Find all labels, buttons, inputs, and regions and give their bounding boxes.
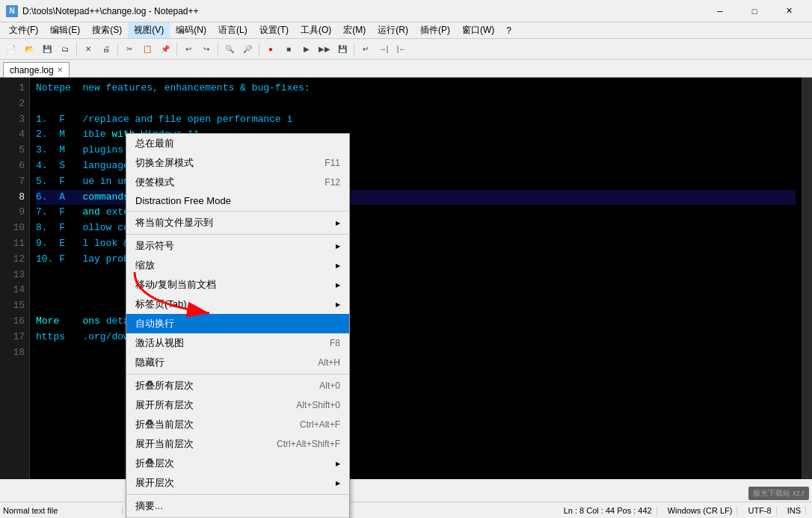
submenu-arrow: ▶ (336, 460, 340, 467)
find-button[interactable]: 🔎 (239, 41, 256, 58)
menu-distraction-free[interactable]: Distraction Free Mode (126, 192, 349, 209)
menu-item-shortcut: F11 (325, 158, 340, 168)
menu-item-label: Distraction Free Mode (135, 195, 231, 206)
save-file-button[interactable]: 💾 (39, 41, 55, 58)
menu-macro[interactable]: 宏(M) (337, 22, 372, 38)
menu-help[interactable]: ? (500, 24, 517, 37)
menu-language[interactable]: 语言(L) (212, 22, 253, 38)
wrap-button[interactable]: ↵ (357, 41, 374, 58)
menu-sep-2 (126, 234, 349, 235)
main-area: 1 2 3 4 5 6 7 8 9 10 11 12 13 14 15 16 1… (0, 78, 812, 479)
status-position: Ln : 8 Col : 44 Pos : 442 (559, 506, 657, 515)
line-number: 2 (4, 96, 25, 112)
menu-show-symbol[interactable]: 显示符号 ▶ (126, 236, 349, 256)
menu-item-label: 显示符号 (135, 239, 174, 253)
menu-summary[interactable]: 摘要... (126, 496, 349, 516)
toolbar-separator-3 (176, 43, 177, 56)
cut-button[interactable]: ✂ (121, 41, 138, 58)
menu-edit[interactable]: 编辑(E) (44, 22, 86, 38)
window-controls: ─ □ ✕ (703, 0, 806, 22)
menu-search[interactable]: 搜索(S) (86, 22, 128, 38)
copy-button[interactable]: 📋 (139, 41, 156, 58)
submenu-arrow: ▶ (336, 220, 340, 226)
menu-bar: 文件(F) 编辑(E) 搜索(S) 视图(V) 编码(N) 语言(L) 设置(T… (0, 22, 812, 39)
menu-notepad-mode[interactable]: 便签模式 F12 (126, 173, 349, 192)
stop-macro-button[interactable]: ■ (280, 41, 297, 58)
menu-run[interactable]: 运行(R) (372, 22, 414, 38)
open-file-button[interactable]: 📂 (21, 41, 37, 58)
menu-item-label: 展开所有层次 (135, 398, 194, 412)
menu-expand-level[interactable]: 展开层次 ▶ (126, 473, 349, 493)
toolbar: 📄 📂 💾 🗂 ✕ 🖨 ✂ 📋 📌 ↩ ↪ 🔍 🔎 ● ■ ▶ ▶▶ 💾 ↵ →… (0, 39, 812, 60)
menu-always-on-top[interactable]: 总在最前 (126, 134, 349, 153)
menu-item-label: 展开层次 (135, 476, 174, 490)
menu-item-shortcut: F8 (330, 338, 340, 348)
editor-line-1: Notepe new features, enhancements & bug-… (36, 81, 796, 96)
indent-button[interactable]: →| (375, 41, 392, 58)
editor-line-3: 1. F /replace and file open performance … (36, 112, 796, 128)
menu-view[interactable]: 视图(V) (128, 22, 170, 38)
menu-item-label: 缩放 (135, 259, 155, 272)
tab-close-button[interactable]: ✕ (57, 66, 63, 74)
menu-expand-all[interactable]: 展开所有层次 Alt+Shift+0 (126, 395, 349, 415)
toolbar-separator-1 (76, 43, 77, 56)
close-button[interactable]: ✕ (772, 0, 806, 22)
zoom-in-button[interactable]: 🔍 (221, 41, 238, 58)
submenu-arrow: ▶ (336, 301, 340, 308)
status-file-type: Normal text file (3, 506, 123, 515)
print-button[interactable]: 🖨 (98, 41, 114, 58)
menu-plugins[interactable]: 插件(P) (414, 22, 456, 38)
record-macro-button[interactable]: ● (262, 41, 279, 58)
menu-item-shortcut: Alt+0 (319, 380, 340, 391)
menu-word-wrap[interactable]: 自动换行 (126, 314, 349, 333)
menu-collapse-all[interactable]: 折叠所有层次 Alt+0 (126, 376, 349, 395)
menu-settings[interactable]: 设置(T) (253, 22, 295, 38)
menu-item-label: 便签模式 (135, 176, 174, 189)
menu-item-label: 将当前文件显示到 (135, 216, 213, 229)
menu-fullscreen[interactable]: 切换全屏模式 F11 (126, 153, 349, 173)
menu-window[interactable]: 窗口(W) (456, 22, 500, 38)
play-macro-button[interactable]: ▶ (298, 41, 315, 58)
menu-zoom[interactable]: 缩放 ▶ (126, 256, 349, 275)
new-file-button[interactable]: 📄 (3, 41, 19, 58)
paste-button[interactable]: 📌 (157, 41, 173, 58)
watermark: 极光下载站 xz.r (748, 487, 809, 500)
menu-activate-from-view[interactable]: 激活从视图 F8 (126, 333, 349, 353)
menu-item-shortcut: Alt+H (318, 357, 340, 368)
save-macro-button[interactable]: 💾 (334, 41, 351, 58)
menu-encode[interactable]: 编码(N) (170, 22, 212, 38)
menu-item-label: 折叠层次 (135, 457, 174, 470)
run-macro-multi-button[interactable]: ▶▶ (316, 41, 333, 58)
view-dropdown-menu: 总在最前 切换全屏模式 F11 便签模式 F12 Distraction Fre… (126, 133, 350, 518)
menu-tab[interactable]: 标签页(Tab) ▶ (126, 295, 349, 314)
maximize-button[interactable]: □ (737, 0, 772, 22)
menu-item-label: 标签页(Tab) (135, 297, 187, 311)
menu-item-label: 展开当前层次 (135, 437, 194, 451)
menu-file[interactable]: 文件(F) (3, 22, 44, 38)
redo-button[interactable]: ↪ (198, 41, 215, 58)
menu-hide-lines[interactable]: 隐藏行 Alt+H (126, 353, 349, 372)
menu-item-label: 自动换行 (135, 317, 174, 330)
minimize-button[interactable]: ─ (703, 0, 737, 22)
toolbar-separator-6 (354, 43, 354, 56)
toolbar-separator-2 (117, 43, 118, 56)
tab-bar: change.log ✕ (0, 60, 812, 78)
menu-collapse-current[interactable]: 折叠当前层次 Ctrl+Alt+F (126, 415, 349, 434)
menu-expand-current[interactable]: 展开当前层次 Ctrl+Alt+Shift+F (126, 434, 349, 454)
undo-button[interactable]: ↩ (180, 41, 197, 58)
app-icon: N (6, 5, 18, 17)
close-file-button[interactable]: ✕ (80, 41, 96, 58)
menu-move-to-view[interactable]: 将当前文件显示到 ▶ (126, 213, 349, 232)
menu-item-label: 激活从视图 (135, 336, 184, 350)
save-all-button[interactable]: 🗂 (57, 41, 73, 58)
dropdown-overlay: 总在最前 切换全屏模式 F11 便签模式 F12 Distraction Fre… (0, 133, 812, 479)
tab-change-log[interactable]: change.log ✕ (3, 62, 70, 77)
status-bar: Normal text file Ln : 8 Col : 44 Pos : 4… (0, 502, 812, 518)
menu-collapse-level[interactable]: 折叠层次 ▶ (126, 454, 349, 473)
menu-move-copy-doc[interactable]: 移动/复制当前文档 ▶ (126, 275, 349, 295)
menu-tools[interactable]: 工具(O) (295, 22, 337, 38)
menu-item-label: 隐藏行 (135, 356, 164, 369)
menu-item-label: 移动/复制当前文档 (135, 278, 216, 292)
outdent-button[interactable]: |← (393, 41, 410, 58)
menu-item-label: 折叠当前层次 (135, 418, 194, 431)
